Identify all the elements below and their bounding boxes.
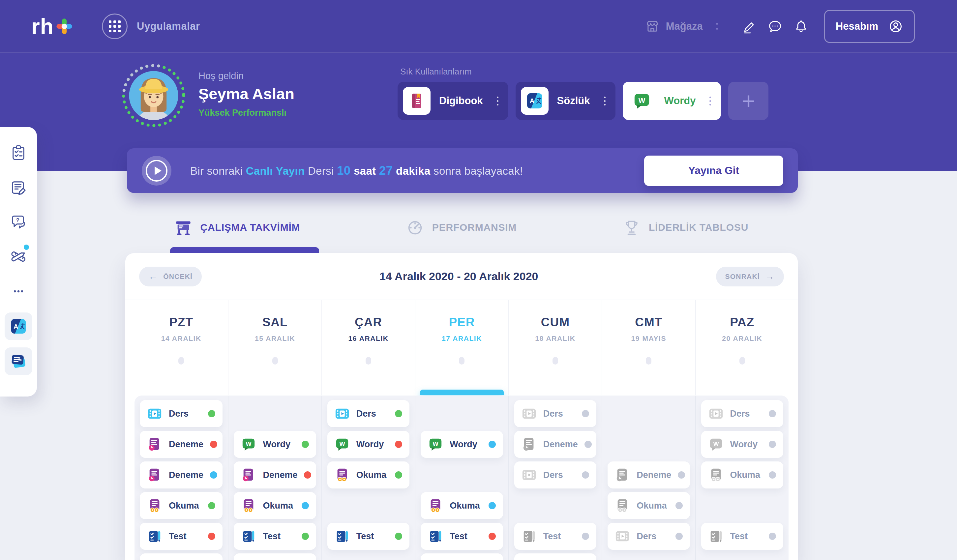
day-column-header-per[interactable]: PER17 ARALIK bbox=[415, 300, 508, 395]
task-card-okuma[interactable]: Okuma bbox=[701, 461, 783, 489]
play-icon[interactable] bbox=[141, 156, 172, 186]
task-card-okuma[interactable]: Okuma bbox=[608, 492, 690, 519]
day-column-header-cum[interactable]: CUM18 ARALIK bbox=[509, 300, 602, 395]
day-date: 15 ARALIK bbox=[229, 334, 321, 342]
task-card-test[interactable]: Test bbox=[421, 554, 503, 560]
task-label: Okuma bbox=[730, 470, 761, 480]
greeting-block: Hoş geldin Şeyma Aslan Yüksek Performans… bbox=[199, 71, 294, 118]
task-card-okuma[interactable]: Okuma bbox=[421, 492, 503, 519]
task-label: Ders bbox=[356, 409, 376, 419]
status-dot bbox=[769, 533, 776, 540]
day-progress-dot bbox=[646, 357, 651, 364]
chat-icon[interactable] bbox=[767, 19, 783, 34]
task-card-okuma[interactable]: Okuma bbox=[327, 461, 409, 489]
task-card-deneme[interactable]: Deneme bbox=[234, 461, 316, 489]
sidebar-item-chat-question[interactable]: ? bbox=[5, 209, 32, 235]
account-button[interactable]: Hesabım bbox=[824, 10, 915, 43]
day-column-header-paz[interactable]: PAZ20 ARALIK bbox=[695, 300, 788, 395]
task-card-test[interactable]: Test bbox=[514, 523, 596, 550]
sidebar-item-more-dots[interactable] bbox=[5, 278, 32, 304]
deneme-icon bbox=[241, 467, 256, 483]
task-column-sal: WWordyDenemeOkumaTestDeneme bbox=[228, 396, 321, 560]
task-card-wordy[interactable]: WWordy bbox=[234, 431, 316, 458]
tab-label: ÇALIŞMA TAKVİMİM bbox=[201, 222, 300, 233]
day-column-header-sal[interactable]: SAL15 ARALIK bbox=[228, 300, 321, 395]
note-icon bbox=[10, 179, 27, 196]
task-card-okuma[interactable]: Okuma bbox=[140, 492, 223, 519]
task-card-ders[interactable]: Ders bbox=[514, 461, 596, 489]
task-card-deneme[interactable]: Deneme bbox=[140, 461, 223, 489]
task-label: Ders bbox=[543, 470, 563, 480]
day-date: 18 ARALIK bbox=[509, 334, 602, 342]
day-column-header-çar[interactable]: ÇAR16 ARALIK bbox=[321, 300, 415, 395]
task-card-test[interactable]: Test bbox=[234, 523, 316, 550]
task-card-test[interactable]: Test bbox=[514, 554, 596, 560]
sidebar-item-note[interactable] bbox=[5, 174, 32, 200]
deneme-icon bbox=[147, 467, 162, 483]
task-label: Okuma bbox=[636, 501, 667, 511]
task-card-ders[interactable]: Ders bbox=[327, 400, 409, 427]
task-card-deneme[interactable]: Deneme bbox=[234, 554, 316, 560]
task-card-ders[interactable]: Ders bbox=[608, 523, 690, 550]
sidebar-item-pencil-ruler[interactable] bbox=[5, 243, 32, 270]
favorite-app-card-wordy[interactable]: WWordy bbox=[623, 82, 721, 120]
task-card-test[interactable]: Test bbox=[701, 523, 783, 550]
avatar[interactable] bbox=[121, 63, 186, 128]
task-card-deneme[interactable]: Deneme bbox=[608, 461, 690, 489]
okuma-icon bbox=[615, 498, 630, 513]
edit-pencil-icon[interactable] bbox=[741, 19, 756, 34]
task-card-test[interactable]: Test bbox=[327, 523, 409, 550]
banner-hours: 10 bbox=[337, 164, 351, 177]
store-button[interactable]: Mağaza bbox=[645, 19, 703, 34]
sidebar-app-tile-docs[interactable] bbox=[5, 347, 32, 375]
test-icon bbox=[335, 529, 350, 544]
favorite-app-card-digibook[interactable]: Digibook bbox=[398, 82, 509, 120]
apps-grid-button[interactable] bbox=[102, 14, 128, 39]
favorite-app-card-sözlük[interactable]: ASözlük bbox=[516, 82, 616, 120]
task-card-ders[interactable]: Ders bbox=[514, 400, 596, 427]
rh-plus-logo[interactable]: rh bbox=[31, 14, 73, 39]
trophy-icon bbox=[623, 219, 640, 236]
task-card-test[interactable]: Test bbox=[421, 523, 503, 550]
status-dot bbox=[395, 410, 402, 417]
day-column-header-pzt[interactable]: PZT14 ARALIK bbox=[134, 300, 228, 395]
bell-icon[interactable] bbox=[794, 19, 809, 34]
sidebar-item-clipboard[interactable] bbox=[5, 139, 32, 166]
day-name: SAL bbox=[229, 315, 321, 329]
task-card-wordy[interactable]: WWordy bbox=[701, 431, 783, 458]
okuma-icon bbox=[428, 498, 443, 513]
task-card-test[interactable]: Test bbox=[140, 523, 223, 550]
tab-calendar[interactable]: ÇALIŞMA TAKVİMİM bbox=[125, 214, 349, 241]
deneme-icon bbox=[147, 437, 162, 452]
task-card-wordy[interactable]: WWordy bbox=[327, 431, 409, 458]
previous-week-button[interactable]: ← ÖNCEKİ bbox=[139, 267, 202, 286]
kebab-menu-icon[interactable] bbox=[602, 95, 608, 107]
task-column-pzt: DersDenemeDenemeOkumaTestDeneme bbox=[134, 396, 228, 560]
task-card-okuma[interactable]: Okuma bbox=[234, 492, 316, 519]
task-label: Wordy bbox=[263, 439, 291, 450]
task-card-ders[interactable]: Ders bbox=[140, 400, 223, 427]
task-card-deneme[interactable]: Deneme bbox=[514, 431, 596, 458]
kebab-menu-icon[interactable] bbox=[707, 95, 713, 107]
task-card-wordy[interactable]: WWordy bbox=[421, 431, 503, 458]
add-favorite-button[interactable]: + bbox=[728, 82, 768, 120]
task-card-deneme[interactable]: Deneme bbox=[140, 431, 223, 458]
status-dot bbox=[582, 471, 589, 479]
tab-performance[interactable]: PERFORMANSIM bbox=[349, 214, 573, 241]
test-icon bbox=[708, 529, 723, 544]
day-date: 16 ARALIK bbox=[322, 334, 415, 342]
go-to-broadcast-button[interactable]: Yayına Git bbox=[644, 156, 783, 186]
logo-plus-icon bbox=[56, 18, 73, 35]
ders-icon bbox=[708, 406, 723, 421]
next-week-button[interactable]: SONRAKİ → bbox=[716, 267, 784, 286]
task-column-cmt: DenemeOkumaDers bbox=[602, 396, 695, 560]
task-column-cum: DersDenemeDersTestTest bbox=[509, 396, 602, 560]
deneme-icon bbox=[615, 467, 630, 483]
task-card-deneme[interactable]: Deneme bbox=[140, 554, 223, 560]
task-card-ders[interactable]: Ders bbox=[701, 400, 783, 427]
sidebar-app-tile-sozluk[interactable]: A bbox=[5, 312, 32, 340]
day-column-header-cmt[interactable]: CMT19 MAYIS bbox=[602, 300, 695, 395]
tab-leaderboard[interactable]: LİDERLİK TABLOSU bbox=[573, 214, 798, 241]
tab-label: PERFORMANSIM bbox=[432, 222, 516, 233]
kebab-menu-icon[interactable] bbox=[495, 95, 501, 107]
